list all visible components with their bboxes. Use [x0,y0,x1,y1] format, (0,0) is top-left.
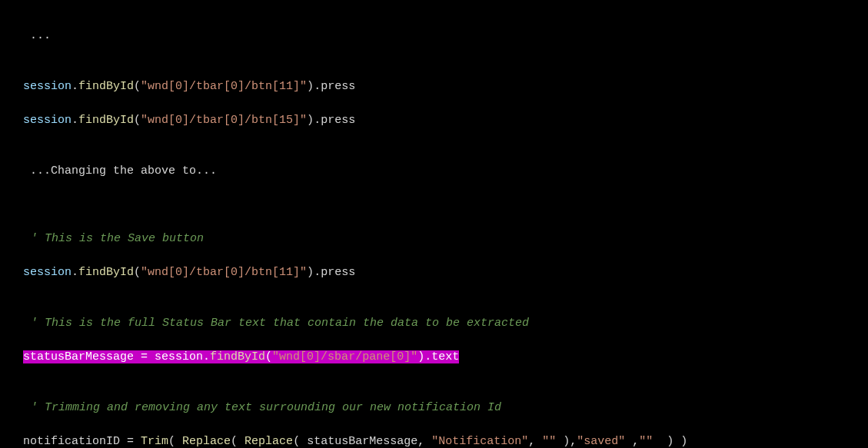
code-line: session.findById("wnd[0]/tbar[0]/btn[11]… [23,264,845,281]
code-line: ...Changing the above to... [23,163,845,180]
code-line-highlighted: statusBarMessage = session.findById("wnd… [23,349,845,366]
code-line: notificationID = Trim( Replace( Replace(… [23,433,845,448]
code-line: session.findById("wnd[0]/tbar[0]/btn[11]… [23,78,845,95]
code-comment: ' Trimming and removing any text surroun… [23,400,845,416]
code-comment: ' This is the full Status Bar text that … [23,315,845,332]
code-line: session.findById("wnd[0]/tbar[0]/btn[15]… [23,112,845,129]
code-line: ... [23,28,845,45]
code-editor[interactable]: ... session.findById("wnd[0]/tbar[0]/btn… [23,28,845,448]
code-comment: ' This is the Save button [23,231,845,247]
